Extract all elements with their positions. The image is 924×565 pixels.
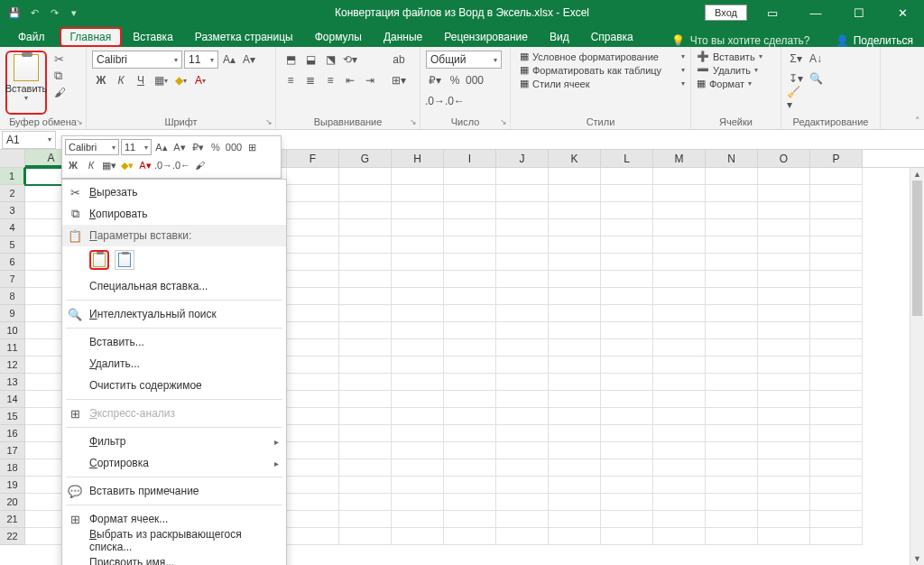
cell[interactable] <box>496 357 549 374</box>
tab-formulas[interactable]: Формулы <box>304 27 373 47</box>
cell[interactable] <box>339 168 392 185</box>
cell[interactable] <box>287 202 339 219</box>
format-painter-icon[interactable]: 🖌 <box>54 86 66 99</box>
cell[interactable] <box>810 236 863 254</box>
cell[interactable] <box>444 339 496 357</box>
cell[interactable] <box>810 219 863 236</box>
column-header[interactable]: O <box>758 150 810 167</box>
cell[interactable] <box>653 339 706 357</box>
cell[interactable] <box>549 477 601 494</box>
tab-data[interactable]: Данные <box>373 27 433 47</box>
cell[interactable] <box>810 339 863 357</box>
cell[interactable] <box>392 374 444 391</box>
cell[interactable] <box>601 322 653 339</box>
column-header[interactable]: P <box>810 150 863 167</box>
ctx-filter[interactable]: Фильтр▸ <box>62 431 286 452</box>
column-header[interactable]: N <box>706 150 758 167</box>
cell[interactable] <box>287 254 339 271</box>
cell[interactable] <box>392 202 444 219</box>
cell[interactable] <box>601 219 653 236</box>
cell[interactable] <box>339 271 392 288</box>
cell[interactable] <box>496 477 549 494</box>
cell[interactable] <box>287 185 339 202</box>
ctx-paste-special[interactable]: Специальная вставка... <box>62 275 286 297</box>
mini-comma-icon[interactable]: 000 <box>226 139 242 155</box>
mini-font-name[interactable]: Calibri▾ <box>65 139 119 155</box>
cell[interactable] <box>601 374 653 391</box>
merge-center-icon[interactable]: ⊞▾ <box>388 71 410 89</box>
cell[interactable] <box>706 305 758 322</box>
cell[interactable] <box>810 168 863 185</box>
cell[interactable] <box>549 219 601 236</box>
ctx-smart-lookup[interactable]: 🔍Интеллектуальный поиск <box>62 303 286 325</box>
align-middle-icon[interactable]: ⬓ <box>301 51 319 69</box>
cell[interactable] <box>601 236 653 254</box>
cell[interactable] <box>706 357 758 374</box>
increase-decimal-icon[interactable]: .0→ <box>426 92 444 110</box>
cell[interactable] <box>706 391 758 408</box>
cell[interactable] <box>287 511 339 528</box>
mini-fill-color-icon[interactable]: ◆▾ <box>119 157 135 173</box>
cell[interactable] <box>706 442 758 459</box>
increase-font-icon[interactable]: A▴ <box>220 51 238 69</box>
cell[interactable] <box>601 442 653 459</box>
cell[interactable] <box>339 528 392 545</box>
cell[interactable] <box>758 271 810 288</box>
cell[interactable] <box>601 425 653 442</box>
cell[interactable] <box>706 168 758 185</box>
cell[interactable] <box>758 494 810 511</box>
cell[interactable] <box>392 271 444 288</box>
cell[interactable] <box>810 357 863 374</box>
cell[interactable] <box>810 528 863 545</box>
ctx-cut[interactable]: ✂Вырезать <box>62 181 286 203</box>
cell[interactable] <box>444 425 496 442</box>
column-header[interactable]: H <box>392 150 444 167</box>
cell[interactable] <box>810 271 863 288</box>
cell[interactable] <box>549 339 601 357</box>
cell[interactable] <box>339 288 392 305</box>
row-header[interactable]: 3 <box>0 202 25 219</box>
clipboard-dialog-launcher-icon[interactable]: ↘ <box>76 117 83 126</box>
cell[interactable] <box>653 185 706 202</box>
cell[interactable] <box>601 339 653 357</box>
paste-match-dest-button[interactable] <box>115 250 134 270</box>
cell[interactable] <box>339 374 392 391</box>
cell-styles-button[interactable]: ▦Стили ячеек▾ <box>520 78 685 89</box>
align-bottom-icon[interactable]: ⬔ <box>321 51 339 69</box>
cell[interactable] <box>601 185 653 202</box>
cell[interactable] <box>810 288 863 305</box>
cell[interactable] <box>549 442 601 459</box>
paste-keep-source-button[interactable] <box>89 250 109 270</box>
cell[interactable] <box>758 219 810 236</box>
cell[interactable] <box>444 408 496 425</box>
cell[interactable] <box>339 391 392 408</box>
select-all-corner[interactable] <box>0 150 25 167</box>
align-center-icon[interactable]: ≣ <box>301 71 319 89</box>
cell[interactable] <box>444 442 496 459</box>
row-header[interactable]: 13 <box>0 374 25 391</box>
qat-customize-icon[interactable]: ▾ <box>65 4 83 22</box>
tell-me-search[interactable]: 💡 Что вы хотите сделать? <box>671 34 810 47</box>
cell[interactable] <box>496 494 549 511</box>
cell[interactable] <box>392 168 444 185</box>
cell[interactable] <box>706 185 758 202</box>
tab-file[interactable]: Файл <box>7 27 56 47</box>
cell[interactable] <box>392 254 444 271</box>
cell[interactable] <box>496 236 549 254</box>
row-header[interactable]: 8 <box>0 288 25 305</box>
save-icon[interactable]: 💾 <box>5 4 23 22</box>
mini-inc-decimal-icon[interactable]: .0→ <box>155 157 171 173</box>
row-header[interactable]: 11 <box>0 339 25 357</box>
cell[interactable] <box>339 219 392 236</box>
cell[interactable] <box>287 391 339 408</box>
cell[interactable] <box>287 425 339 442</box>
row-header[interactable]: 6 <box>0 254 25 271</box>
cell[interactable] <box>444 168 496 185</box>
cell[interactable] <box>496 528 549 545</box>
cell[interactable] <box>653 425 706 442</box>
cell[interactable] <box>706 322 758 339</box>
cell[interactable] <box>444 391 496 408</box>
maximize-icon[interactable]: ☐ <box>841 0 877 25</box>
cell[interactable] <box>810 477 863 494</box>
cell[interactable] <box>287 459 339 477</box>
